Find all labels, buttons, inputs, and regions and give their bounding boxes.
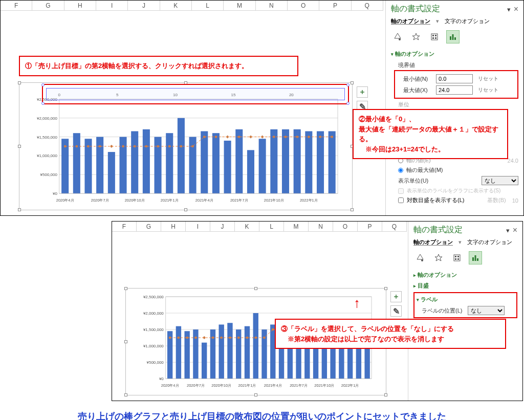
axis-max-row: 軸の最大値(M) xyxy=(391,165,518,175)
pane-close-icon[interactable]: × xyxy=(514,5,518,13)
column-header-N[interactable]: N xyxy=(256,1,288,10)
size-properties-icon[interactable] xyxy=(428,30,441,43)
bounds-red-highlight: 最小値(N) リセット 最大値(X) リセット xyxy=(394,70,518,99)
fill-line-icon-2[interactable] xyxy=(413,251,427,264)
subtab-text-options-2[interactable]: 文字のオプション xyxy=(467,239,512,245)
resize-handle[interactable] xyxy=(384,287,387,290)
column-header-P[interactable]: P xyxy=(319,1,351,10)
size-properties-icon-2[interactable] xyxy=(450,251,464,264)
chart-plot-area: ¥0¥500,000¥1,000,000¥1,500,000¥2,000,000… xyxy=(30,88,342,205)
svg-text:¥1,000,000: ¥1,000,000 xyxy=(37,153,57,158)
column-header-Q[interactable]: Q xyxy=(382,222,407,231)
callout-2-line3: ※今回は23+1=24でした。 xyxy=(359,145,445,153)
svg-point-98 xyxy=(399,38,401,40)
column-header-G[interactable]: G xyxy=(137,222,161,231)
resize-handle[interactable] xyxy=(124,340,127,343)
labels-red-highlight: ラベル ラベルの位置(L) なし xyxy=(413,292,517,318)
section-axis-options[interactable]: 軸のオプション xyxy=(391,49,518,59)
fill-line-icon[interactable] xyxy=(391,30,404,43)
svg-text:¥0: ¥0 xyxy=(53,191,57,196)
resize-handle[interactable] xyxy=(18,208,21,211)
resize-handle[interactable] xyxy=(18,145,21,148)
svg-text:¥2,500,000: ¥2,500,000 xyxy=(143,295,164,299)
format-axis-pane-2: 軸の書式設定 ▾× 軸のオプション ▾ 文字のオプション 軸のオプション 目盛 … xyxy=(408,222,522,401)
svg-text:¥500,000: ¥500,000 xyxy=(40,172,58,177)
min-input[interactable] xyxy=(436,74,473,83)
column-header-I[interactable]: I xyxy=(186,222,210,231)
svg-text:2020年4月: 2020年4月 xyxy=(56,198,74,203)
secondary-horizontal-axis-selection[interactable] xyxy=(42,84,349,104)
embedded-chart[interactable]: ¥0¥500,000¥1,000,000¥1,500,000¥2,000,000… xyxy=(19,82,353,210)
label-pos-select[interactable]: なし xyxy=(468,306,505,315)
resize-handle[interactable] xyxy=(184,208,187,211)
resize-handle[interactable] xyxy=(351,208,354,211)
max-reset[interactable]: リセット xyxy=(478,86,498,94)
resize-handle[interactable] xyxy=(384,393,387,396)
resize-handle[interactable] xyxy=(18,81,21,84)
chart-elements-button-2[interactable]: ＋ xyxy=(390,291,402,302)
effects-icon-2[interactable] xyxy=(432,251,445,264)
section-axis-options-2[interactable]: 軸のオプション xyxy=(413,270,517,280)
svg-rect-107 xyxy=(454,37,456,40)
display-units-select[interactable]: なし xyxy=(482,176,518,185)
subtab-axis-options[interactable]: 軸のオプション xyxy=(391,18,430,25)
column-header-N[interactable]: N xyxy=(309,222,333,231)
axis-options-icon[interactable] xyxy=(446,30,460,43)
red-up-arrow: ↑ xyxy=(354,295,360,311)
pane-dropdown-icon[interactable]: ▾ xyxy=(507,6,511,13)
svg-text:¥0: ¥0 xyxy=(159,377,164,381)
callout-2-line1: ②最小値を「0」、 xyxy=(359,115,416,123)
column-header-O[interactable]: O xyxy=(333,222,358,231)
axis-max-radio[interactable] xyxy=(398,168,403,173)
column-header-O[interactable]: O xyxy=(288,1,319,10)
svg-text:2021年4月: 2021年4月 xyxy=(195,198,213,203)
resize-handle[interactable] xyxy=(254,287,257,290)
resize-handle[interactable] xyxy=(124,287,127,290)
min-reset[interactable]: リセット xyxy=(478,75,498,82)
axis-max-label: 軸の最大値(M) xyxy=(406,166,443,174)
format-axis-pane: 軸の書式設定 ▾× 軸のオプション ▾ 文字のオプション 軸のオプション 境界値… xyxy=(385,1,523,215)
max-row: 最大値(X) リセット xyxy=(396,84,516,96)
column-header-K[interactable]: K xyxy=(160,1,192,10)
column-header-K[interactable]: K xyxy=(235,222,259,231)
effects-icon[interactable] xyxy=(409,30,423,43)
section-ticks[interactable]: 目盛 xyxy=(413,280,517,291)
svg-rect-208 xyxy=(472,257,474,261)
svg-rect-18 xyxy=(73,133,80,193)
pane-close-icon-2[interactable]: × xyxy=(513,226,517,234)
column-header-P[interactable]: P xyxy=(358,222,382,231)
chart-styles-button-2[interactable]: ✎ xyxy=(390,305,402,317)
log-scale-checkbox[interactable] xyxy=(398,197,404,203)
column-header-J[interactable]: J xyxy=(128,1,160,10)
svg-rect-121 xyxy=(176,326,181,379)
svg-text:¥1,500,000: ¥1,500,000 xyxy=(143,327,164,332)
pane-icon-tabs-2 xyxy=(413,251,517,264)
svg-rect-39 xyxy=(317,131,324,193)
section-labels[interactable]: ラベル xyxy=(417,294,514,305)
column-header-F[interactable]: F xyxy=(1,1,32,10)
column-header-L[interactable]: L xyxy=(259,222,284,231)
column-header-H[interactable]: H xyxy=(64,1,96,10)
resize-handle[interactable] xyxy=(254,393,257,396)
column-header-M[interactable]: M xyxy=(284,222,309,231)
column-header-I[interactable]: I xyxy=(96,1,128,10)
log-base-value: 10 xyxy=(512,197,518,204)
callout-1: ①「売り上げ目標」の第2横軸を選択する、クリックすれば選択されます。 xyxy=(19,56,298,76)
subtab-axis-options-2[interactable]: 軸のオプション xyxy=(413,239,453,246)
resize-handle[interactable] xyxy=(351,81,354,84)
axis-options-icon-2[interactable] xyxy=(469,251,482,264)
chart-elements-button[interactable]: ＋ xyxy=(357,86,368,98)
max-label: 最大値(X) xyxy=(403,86,433,94)
column-header-H[interactable]: H xyxy=(161,222,186,231)
column-header-G[interactable]: G xyxy=(32,1,64,10)
column-header-L[interactable]: L xyxy=(192,1,224,10)
column-header-J[interactable]: J xyxy=(210,222,235,231)
subtab-text-options[interactable]: 文字のオプション xyxy=(445,18,490,24)
pane-dropdown-icon-2[interactable]: ▾ xyxy=(506,227,510,234)
column-header-Q[interactable]: Q xyxy=(352,1,383,10)
resize-handle[interactable] xyxy=(124,393,127,396)
column-header-M[interactable]: M xyxy=(224,1,255,10)
max-input[interactable] xyxy=(436,85,473,95)
column-header-F[interactable]: F xyxy=(112,222,137,231)
svg-rect-204 xyxy=(455,256,456,257)
